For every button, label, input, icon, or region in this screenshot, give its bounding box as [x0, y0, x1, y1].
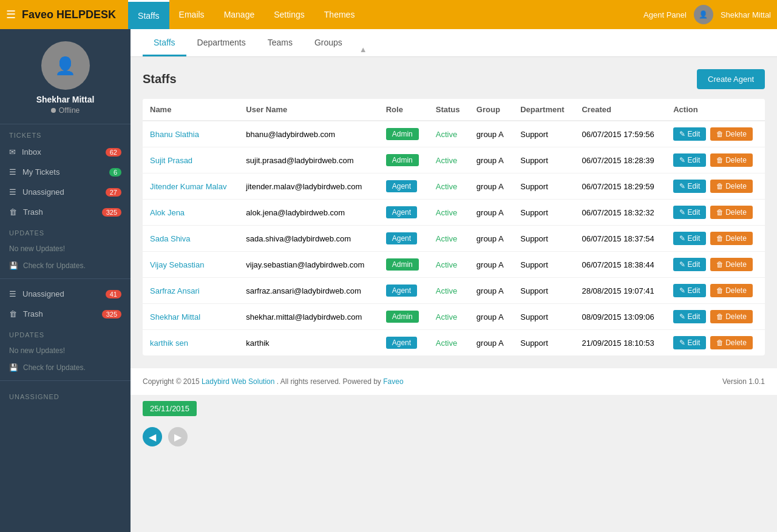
sidebar-item-trash-2[interactable]: 🗑 Trash 325 [0, 304, 131, 324]
staffs-table: Name User Name Role Status Group Departm… [143, 99, 765, 355]
delete-button-5[interactable]: 🗑 Delete [710, 258, 753, 271]
edit-button-6[interactable]: ✎ Edit [673, 284, 706, 297]
cell-username-8: karthik [239, 330, 378, 356]
delete-button-1[interactable]: 🗑 Delete [710, 153, 753, 167]
tab-teams[interactable]: Teams [257, 29, 304, 56]
cell-username-0: bhanu@ladybirdweb.com [239, 121, 378, 147]
tab-scroll-up-icon[interactable]: ▲ [353, 42, 373, 56]
sidebar-item-unassigned[interactable]: ☰ Unassigned 27 [0, 182, 131, 202]
nav-settings[interactable]: Settings [264, 0, 314, 29]
nav-manage[interactable]: Manage [214, 0, 265, 29]
sidebar-item-inbox[interactable]: ✉ Inbox 62 [0, 142, 131, 162]
cell-created-5: 06/07/2015 18:38:44 [574, 252, 666, 278]
table-row: Sujit Prasad sujit.prasad@ladybirdweb.co… [143, 147, 765, 173]
staff-name-link-1[interactable]: Sujit Prasad [150, 156, 192, 165]
nav-emails[interactable]: Emails [169, 0, 214, 29]
cell-username-1: sujit.prasad@ladybirdweb.com [239, 147, 378, 173]
footer-copyright: Copyright © 2015 [143, 377, 200, 386]
staff-name-link-8[interactable]: karthik sen [150, 338, 188, 348]
cell-name-3: Alok Jena [143, 200, 239, 226]
page-content-area: Staffs Create Agent Name User Name Role … [131, 57, 777, 368]
edit-button-3[interactable]: ✎ Edit [673, 206, 706, 219]
create-agent-button[interactable]: Create Agent [697, 69, 765, 89]
cell-role-3: Agent [379, 200, 429, 226]
sidebar-status: Offline [51, 106, 80, 115]
tab-groups[interactable]: Groups [304, 29, 353, 56]
staff-name-link-6[interactable]: Sarfraz Ansari [150, 286, 200, 295]
cell-action-2: ✎ Edit 🗑 Delete [666, 173, 765, 200]
cell-name-6: Sarfraz Ansari [143, 278, 239, 304]
edit-button-5[interactable]: ✎ Edit [673, 258, 706, 271]
staff-name-link-0[interactable]: Bhanu Slathia [150, 130, 199, 139]
cell-action-3: ✎ Edit 🗑 Delete [666, 200, 765, 226]
table-row: Jitender Kumar Malav jitender.malav@lady… [143, 173, 765, 200]
trash2-badge: 325 [102, 310, 121, 318]
nav-staffs[interactable]: Staffs [128, 0, 169, 29]
delete-button-6[interactable]: 🗑 Delete [710, 284, 753, 297]
edit-button-4[interactable]: ✎ Edit [673, 232, 706, 245]
cell-department-4: Support [513, 226, 574, 252]
sidebar-no-updates-2: No new Updates! [0, 342, 131, 360]
sidebar-item-unassigned-2[interactable]: ☰ Unassigned 41 [0, 284, 131, 304]
col-created: Created [574, 99, 666, 121]
footer-company-link[interactable]: Ladybird Web Solution [202, 377, 275, 386]
status-label-4: Active [436, 234, 457, 243]
cell-status-3: Active [429, 200, 469, 226]
edit-button-7[interactable]: ✎ Edit [673, 310, 706, 323]
delete-button-0[interactable]: 🗑 Delete [710, 127, 753, 141]
delete-button-4[interactable]: 🗑 Delete [710, 232, 753, 245]
delete-button-3[interactable]: 🗑 Delete [710, 206, 753, 219]
agent-panel-link[interactable]: Agent Panel [643, 10, 687, 19]
staff-name-link-5[interactable]: Vijay Sebastian [150, 260, 204, 269]
sidebar-item-trash[interactable]: 🗑 Trash 325 [0, 202, 131, 222]
cell-group-6: group A [469, 278, 513, 304]
cell-created-1: 06/07/2015 18:28:39 [574, 147, 666, 173]
menu-icon[interactable]: ☰ [6, 8, 16, 21]
footer-faveo-link[interactable]: Faveo [383, 377, 403, 386]
sidebar-check-updates-2[interactable]: 💾 Check for Updates. [0, 360, 131, 375]
sidebar-updates-section-2: UPDATES [0, 324, 131, 342]
edit-button-0[interactable]: ✎ Edit [673, 127, 706, 141]
cell-status-5: Active [429, 252, 469, 278]
role-badge-8: Agent [386, 337, 417, 349]
nav-themes[interactable]: Themes [314, 0, 365, 29]
cell-group-5: group A [469, 252, 513, 278]
bottom-next-button[interactable]: ▶ [168, 427, 188, 446]
cell-status-2: Active [429, 173, 469, 200]
table-row: Bhanu Slathia bhanu@ladybirdweb.com Admi… [143, 121, 765, 147]
cell-role-5: Admin [379, 252, 429, 278]
tab-departments[interactable]: Departments [186, 29, 257, 56]
staff-name-link-2[interactable]: Jitender Kumar Malav [150, 182, 226, 191]
edit-button-1[interactable]: ✎ Edit [673, 153, 706, 167]
cell-name-7: Shekhar Mittal [143, 304, 239, 330]
bottom-prev-button[interactable]: ◀ [143, 427, 162, 446]
delete-button-8[interactable]: 🗑 Delete [710, 336, 753, 349]
cell-username-5: vijay.sebastian@ladybirdweb.com [239, 252, 378, 278]
edit-button-8[interactable]: ✎ Edit [673, 336, 706, 349]
date-badge: 25/11/2015 [143, 401, 197, 416]
my-tickets-badge: 6 [109, 168, 121, 177]
sidebar-no-updates: No new Updates! [0, 240, 131, 258]
footer-right: Version 1.0.1 [722, 377, 765, 386]
sidebar-item-my-tickets[interactable]: ☰ My Tickets 6 [0, 162, 131, 182]
staff-name-link-7[interactable]: Shekhar Mittal [150, 312, 200, 322]
cell-username-3: alok.jena@ladybirdweb.com [239, 200, 378, 226]
staff-name-link-3[interactable]: Alok Jena [150, 208, 185, 217]
tab-staffs[interactable]: Staffs [143, 29, 186, 56]
delete-button-7[interactable]: 🗑 Delete [710, 310, 753, 323]
cell-name-5: Vijay Sebastian [143, 252, 239, 278]
top-navigation: ☰ Faveo HELPDESK Staffs Emails Manage Se… [0, 0, 777, 29]
sidebar-check-updates[interactable]: 💾 Check for Updates. [0, 258, 131, 274]
table-row: Sarfraz Ansari sarfraz.ansari@ladybirdwe… [143, 278, 765, 304]
staff-name-link-4[interactable]: Sada Shiva [150, 234, 191, 243]
cell-role-4: Agent [379, 226, 429, 252]
role-badge-5: Admin [386, 258, 419, 271]
tabs-bar: Staffs Departments Teams Groups ▲ [131, 29, 777, 57]
edit-button-2[interactable]: ✎ Edit [673, 180, 706, 193]
brand-logo: Faveo HELPDESK [22, 8, 116, 21]
footer-rights: . All rights reserved. Powered by [277, 377, 381, 386]
col-role: Role [379, 99, 429, 121]
cell-created-8: 21/09/2015 18:10:53 [574, 330, 666, 356]
delete-button-2[interactable]: 🗑 Delete [710, 180, 753, 193]
cell-group-8: group A [469, 330, 513, 356]
